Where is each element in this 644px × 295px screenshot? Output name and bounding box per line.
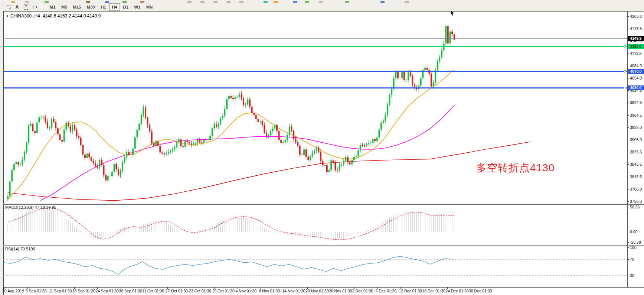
timeframe-button-mn[interactable]: MN bbox=[144, 3, 155, 11]
macd-tick-label: -23.78 bbox=[630, 240, 641, 244]
price-tick-label: 4203.0 bbox=[630, 14, 642, 19]
date-tick-label: 24 Sep 01:30 bbox=[95, 289, 118, 293]
rsi-tick-label: 70 bbox=[630, 257, 634, 262]
timeframe-button-m15[interactable]: M15 bbox=[71, 3, 84, 11]
date-tick-label: 30 Aug 2019 bbox=[2, 289, 24, 293]
grid-f-icon: F bbox=[6, 5, 11, 9]
price-tick-label: 4113.5 bbox=[630, 51, 641, 56]
date-tick-label: 30 Sep 01:30 bbox=[119, 289, 142, 293]
macd-indicator-label: MACD(12,26,9) 47.28 36.95 bbox=[5, 205, 56, 210]
price-tick-label: 3786.0 bbox=[630, 187, 642, 191]
arrows-tool-button[interactable]: ↕ ▼ bbox=[31, 3, 39, 11]
timeframe-group: M1M5M15M30H1H4D1W1MN bbox=[47, 3, 156, 11]
price-tick-label: 3845.5 bbox=[630, 162, 642, 166]
date-tick-label: 5 Sep 01:30 bbox=[26, 289, 47, 293]
price-tick bbox=[627, 127, 629, 128]
rsi-tick-label: 30 bbox=[630, 273, 634, 278]
arrows-icon: ↕ bbox=[32, 4, 34, 10]
macd-panel-splitter[interactable] bbox=[3, 204, 644, 205]
price-tick bbox=[627, 189, 629, 189]
timeframe-button-h4[interactable]: H4 bbox=[109, 3, 120, 11]
timeframe-button-m30[interactable]: M30 bbox=[84, 3, 97, 11]
letter-a-icon: A bbox=[16, 4, 19, 10]
date-tick-label: 26 Nov 01:30 bbox=[329, 289, 352, 293]
price-tick-label: 3905.0 bbox=[630, 137, 642, 142]
level-badge-4070[interactable]: 4070.0 bbox=[628, 69, 644, 74]
current-price-badge: 4149.9 bbox=[628, 36, 644, 41]
macd-tick bbox=[627, 207, 629, 207]
price-tick-label: 3964.5 bbox=[630, 113, 642, 117]
price-tick-label: 3935.0 bbox=[630, 125, 642, 130]
price-tick bbox=[627, 177, 629, 177]
toolbar: F A T ↕ ▼ M1M5M15M30H1H4D1W1MN bbox=[0, 3, 644, 11]
price-tick bbox=[627, 201, 629, 202]
price-tick-label: 3875.5 bbox=[630, 150, 642, 154]
macd-tick-label: 56.36 bbox=[630, 205, 640, 209]
toolbar-drag-handle[interactable] bbox=[1, 4, 3, 10]
price-tick bbox=[627, 66, 629, 66]
price-tick bbox=[627, 41, 629, 41]
date-tick-label: 14 Nov 01:30 bbox=[282, 289, 305, 293]
rsi-indicator-label: RSI(14) 70.5190 bbox=[5, 247, 35, 251]
timeframe-button-w1[interactable]: W1 bbox=[132, 3, 143, 11]
chart-annotation-text[interactable]: 多空转折点4130 bbox=[476, 161, 555, 175]
date-tick-label: 18 Sep 01:30 bbox=[72, 289, 95, 293]
terminal-window: F A T ↕ ▼ M1M5M15M30H1H4D1W1MN ▼CHINA300… bbox=[0, 0, 644, 295]
chevron-down-icon: ▼ bbox=[35, 6, 38, 9]
rsi-tick bbox=[627, 276, 629, 276]
date-tick-label: 11 Oct 01:30 bbox=[142, 289, 164, 293]
price-tick bbox=[627, 115, 629, 116]
font-tool-button[interactable]: A bbox=[13, 3, 21, 11]
toolbar-separator bbox=[157, 4, 158, 10]
grid-f-tool-button[interactable]: F bbox=[4, 3, 12, 11]
chart-title: ▼CHINA300-,H4 4148.6 4163.2 4144.0 4149.… bbox=[6, 13, 101, 19]
rsi-tick-label: 100 bbox=[630, 245, 637, 250]
price-tick bbox=[627, 152, 629, 152]
macd-tick bbox=[627, 232, 629, 232]
date-tick-label: 17 Oct 01:30 bbox=[166, 289, 188, 293]
date-tick-label: 11 Sep 01:30 bbox=[49, 289, 72, 293]
macd-tick bbox=[627, 242, 629, 243]
price-axis-border bbox=[627, 12, 628, 287]
date-tick-label: 12 Dec 01:30 bbox=[399, 289, 422, 293]
timeframe-button-m5[interactable]: M5 bbox=[59, 3, 69, 11]
date-tick-label: 4 Nov 01:30 bbox=[236, 289, 257, 293]
price-tick bbox=[627, 16, 629, 17]
timeframe-button-m1[interactable]: M1 bbox=[47, 3, 58, 11]
chart-window[interactable] bbox=[3, 11, 644, 295]
price-tick-label: 4084.0 bbox=[630, 64, 642, 68]
macd-tick-label: 0.00 bbox=[630, 230, 637, 234]
toolbar-drag-handle[interactable] bbox=[44, 4, 46, 10]
date-tick-label: 2 Dec 01:30 bbox=[352, 289, 373, 293]
date-tick-label: 24 Dec 01:30 bbox=[445, 289, 468, 293]
date-tick-label: 29 Oct 01:30 bbox=[212, 289, 235, 293]
timeframe-button-h1[interactable]: H1 bbox=[98, 3, 108, 11]
price-tick bbox=[627, 140, 629, 140]
rsi-panel-splitter[interactable] bbox=[3, 245, 644, 246]
price-tick-label: 3756.0 bbox=[630, 199, 642, 204]
text-label-tool-button[interactable]: T bbox=[22, 3, 30, 11]
text-label-icon: T bbox=[24, 4, 28, 10]
level-badge-4130[interactable]: 4130.0 bbox=[628, 44, 644, 49]
symbol-dropdown-icon[interactable]: ▼ bbox=[6, 14, 9, 18]
date-tick-label: 18 Dec 01:30 bbox=[422, 289, 445, 293]
price-tick-label: 4173.5 bbox=[630, 26, 642, 31]
price-tick bbox=[627, 29, 629, 29]
rsi-tick bbox=[627, 247, 629, 248]
price-tick bbox=[627, 54, 629, 54]
date-tick-label: 8 Nov 01:30 bbox=[259, 289, 280, 293]
mouse-cursor-icon bbox=[450, 10, 455, 17]
price-tick bbox=[627, 103, 629, 103]
price-tick bbox=[627, 78, 629, 78]
date-tick-label: 23 Oct 01:30 bbox=[189, 289, 211, 293]
price-tick-label: 3994.5 bbox=[630, 100, 642, 105]
price-tick-label: 3815.5 bbox=[630, 175, 642, 179]
date-tick-label: 6 Dec 01:30 bbox=[376, 289, 397, 293]
level-badge-4030[interactable]: 4030.0 bbox=[628, 85, 644, 90]
date-tick-label: 20 Nov 01:30 bbox=[305, 289, 328, 293]
rsi-tick bbox=[627, 259, 629, 260]
timeframe-button-d1[interactable]: D1 bbox=[121, 3, 131, 11]
price-tick-label: 4054.0 bbox=[630, 76, 642, 80]
symbol-ohlc-label: CHINA300-,H4 4148.6 4163.2 4144.0 4149.9 bbox=[10, 13, 101, 19]
toolbar-separator bbox=[41, 4, 42, 10]
